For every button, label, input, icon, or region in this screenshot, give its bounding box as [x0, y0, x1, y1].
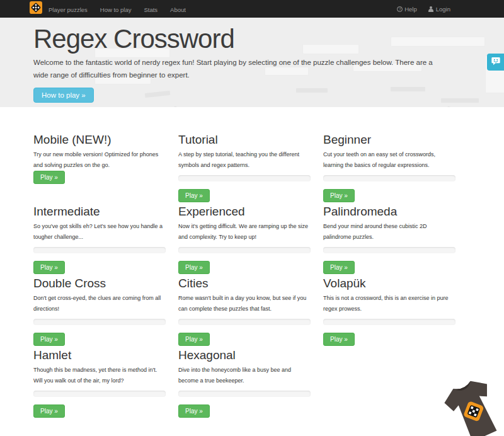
- navbar-link-about[interactable]: About: [164, 6, 192, 13]
- puzzle-card-cities: Cities Rome wasn't built in a day you kn…: [178, 273, 311, 345]
- play-button-hexagonal[interactable]: Play »: [178, 404, 210, 418]
- puzzle-sections: Mobile (NEW!) Try our new mobile version…: [0, 107, 504, 416]
- progress-bar: [323, 175, 455, 181]
- puzzle-title: Experienced: [178, 205, 311, 219]
- navbar: Player puzzles How to play Stats About ?…: [0, 0, 504, 18]
- puzzle-card-hamlet: Hamlet Though this be madness, yet there…: [33, 345, 166, 416]
- puzzle-title: Cities: [178, 277, 311, 290]
- hero-jumbotron: Regex Crossword Welcome to the fantastic…: [0, 18, 504, 107]
- navbar-link-player-puzzles[interactable]: Player puzzles: [42, 6, 94, 13]
- feedback-smiley-icon: [491, 56, 501, 69]
- puzzle-description: Try our new mobile version! Optimized fo…: [33, 149, 166, 171]
- puzzle-card-palindromeda: Palindromeda Bend your mind around these…: [323, 201, 455, 273]
- puzzle-card-volap-k: Volapük This is not a crossword, this is…: [323, 273, 455, 345]
- navbar-link-how-to-play[interactable]: How to play: [94, 6, 138, 13]
- login-label: Login: [436, 6, 450, 13]
- play-button-intermediate[interactable]: Play »: [33, 261, 65, 274]
- progress-bar: [178, 247, 311, 253]
- progress-bar: [33, 247, 166, 253]
- navbar-links: Player puzzles How to play Stats About: [42, 3, 192, 14]
- puzzle-card-intermediate: Intermediate So you've got skills eh? Le…: [33, 201, 166, 273]
- play-button-double-cross[interactable]: Play »: [33, 333, 65, 346]
- puzzle-card-tutorial: Tutorial A step by step tutorial, teachi…: [178, 129, 311, 201]
- puzzle-description: Now it's getting difficult. We are rampi…: [178, 221, 311, 243]
- puzzle-description: Dive into the honeycomb like a busy bee …: [178, 365, 311, 386]
- puzzle-title: Double Cross: [33, 277, 166, 290]
- help-circle-icon: ?: [397, 6, 403, 12]
- puzzle-card-hexagonal: Hexagonal Dive into the honeycomb like a…: [178, 345, 311, 416]
- hero-description: Welcome to the fantastic world of nerdy …: [33, 56, 449, 81]
- play-button-volap-k[interactable]: Play »: [323, 333, 355, 346]
- play-button-mobile-new[interactable]: Play »: [33, 171, 65, 184]
- puzzle-description: A step by step tutorial, teaching you th…: [178, 149, 311, 171]
- progress-bar: [178, 175, 311, 181]
- navbar-link-stats[interactable]: Stats: [137, 6, 164, 13]
- progress-bar: [178, 319, 311, 325]
- play-button-hamlet[interactable]: Play »: [33, 404, 65, 418]
- puzzle-title: Hexagonal: [178, 348, 311, 362]
- progress-bar: [323, 247, 455, 253]
- play-button-palindromeda[interactable]: Play »: [323, 261, 355, 274]
- page-title: Regex Crossword: [33, 25, 504, 53]
- play-button-tutorial[interactable]: Play »: [178, 189, 210, 202]
- puzzle-title: Palindromeda: [323, 205, 455, 219]
- feedback-widget-button[interactable]: [487, 54, 504, 71]
- puzzle-title: Tutorial: [178, 133, 311, 147]
- how-to-play-button[interactable]: How to play »: [33, 88, 94, 103]
- puzzle-description: Rome wasn't built in a day you know, but…: [178, 293, 311, 314]
- puzzle-description: This is not a crossword, this is an exer…: [323, 293, 455, 314]
- puzzle-card-beginner: Beginner Cut your teeth on an easy set o…: [323, 129, 455, 201]
- brand-logo[interactable]: [30, 1, 42, 16]
- puzzle-description: Though this be madness, yet there is met…: [33, 365, 166, 386]
- puzzle-description: Cut your teeth on an easy set of crosswo…: [323, 149, 455, 171]
- puzzle-card-double-cross: Double Cross Don't get cross-eyed, the c…: [33, 273, 166, 345]
- puzzle-description: Bend your mind around these cubistic 2D …: [323, 221, 455, 243]
- puzzle-title: Volapük: [323, 277, 455, 290]
- tshirt-promo-image[interactable]: [432, 376, 504, 436]
- puzzle-card-experienced: Experienced Now it's getting difficult. …: [178, 201, 311, 273]
- puzzle-title: Hamlet: [33, 348, 166, 362]
- play-button-beginner[interactable]: Play »: [323, 189, 355, 202]
- puzzle-card-mobile-new: Mobile (NEW!) Try our new mobile version…: [33, 129, 166, 201]
- puzzle-title: Intermediate: [33, 205, 166, 219]
- regex-crossword-logo-icon: [30, 1, 42, 16]
- progress-bar: [178, 391, 311, 397]
- progress-bar: [33, 391, 166, 397]
- help-link[interactable]: ? Help: [391, 6, 423, 13]
- play-button-experienced[interactable]: Play »: [178, 261, 210, 274]
- play-button-cities[interactable]: Play »: [178, 333, 210, 346]
- puzzle-title: Beginner: [323, 133, 455, 147]
- login-link[interactable]: Login: [423, 6, 456, 13]
- help-label: Help: [404, 6, 417, 13]
- puzzle-description: So you've got skills eh? Let's see how y…: [33, 221, 166, 243]
- puzzle-title: Mobile (NEW!): [33, 133, 166, 147]
- progress-bar: [33, 319, 166, 325]
- progress-bar: [323, 319, 455, 325]
- puzzle-description: Don't get cross-eyed, the clues are comi…: [33, 293, 166, 314]
- user-icon: [428, 6, 434, 12]
